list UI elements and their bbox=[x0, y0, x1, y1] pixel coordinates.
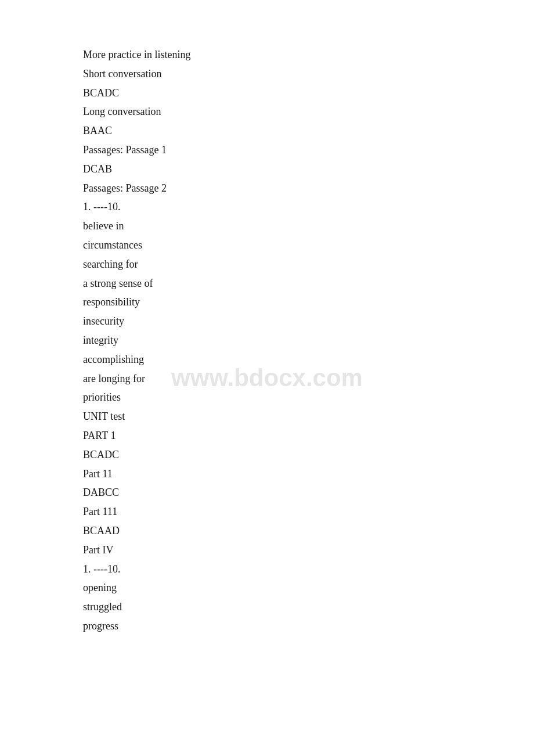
line-9: 1. ----10. bbox=[83, 199, 406, 215]
line-19: priorities bbox=[83, 389, 406, 406]
line-1: More practice in listening bbox=[83, 46, 406, 63]
line-6: Passages: Passage 1 bbox=[83, 142, 406, 159]
line-17: accomplishing bbox=[83, 351, 406, 368]
line-4: Long conversation bbox=[83, 103, 406, 120]
line-8: Passages: Passage 2 bbox=[83, 180, 406, 197]
line-22: BCADC bbox=[83, 447, 406, 463]
line-16: integrity bbox=[83, 332, 406, 349]
line-5: BAAC bbox=[83, 123, 406, 139]
line-12: searching for bbox=[83, 256, 406, 273]
line-23: Part 11 bbox=[83, 466, 406, 483]
line-25: Part 111 bbox=[83, 503, 406, 520]
line-28: 1. ----10. bbox=[83, 561, 406, 578]
line-14: responsibility bbox=[83, 294, 406, 311]
line-24: DABCC bbox=[83, 484, 406, 501]
line-20: UNIT test bbox=[83, 408, 406, 425]
line-10: believe in bbox=[83, 218, 406, 235]
line-27: Part IV bbox=[83, 542, 406, 559]
line-11: circumstances bbox=[83, 237, 406, 254]
line-18: are longing for bbox=[83, 370, 406, 387]
line-21: PART 1 bbox=[83, 427, 406, 444]
line-3: BCADC bbox=[83, 85, 406, 102]
line-26: BCAAD bbox=[83, 523, 406, 539]
content-area: More practice in listeningShort conversa… bbox=[0, 0, 406, 683]
line-15: insecurity bbox=[83, 313, 406, 330]
line-13: a strong sense of bbox=[83, 275, 406, 292]
line-30: struggled bbox=[83, 599, 406, 615]
line-2: Short conversation bbox=[83, 66, 406, 82]
line-7: DCAB bbox=[83, 161, 406, 178]
line-29: opening bbox=[83, 579, 406, 596]
line-31: progress bbox=[83, 618, 406, 635]
